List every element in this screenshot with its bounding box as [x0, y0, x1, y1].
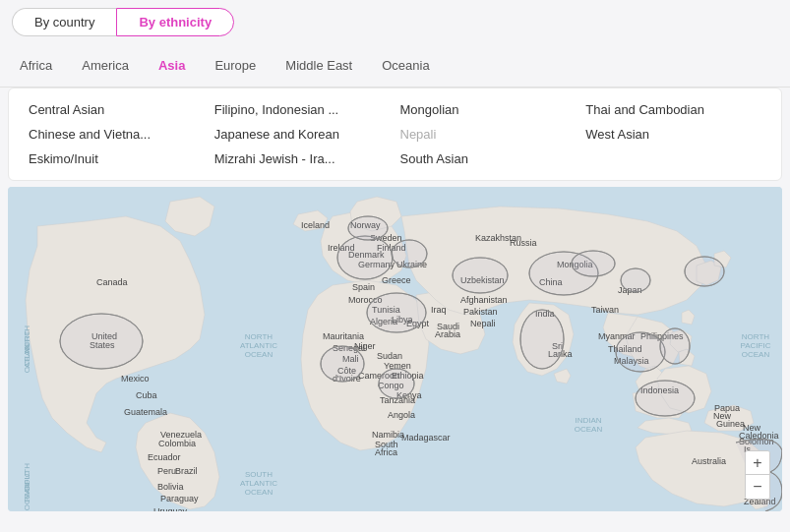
eth-eskimo-inuit[interactable]: Eskimo/Inuit: [29, 149, 205, 168]
svg-text:SOUTH: SOUTH: [245, 470, 273, 479]
by-country-toggle[interactable]: By country: [12, 8, 116, 36]
svg-text:INDIAN: INDIAN: [575, 416, 601, 425]
zoom-out-button[interactable]: −: [746, 475, 769, 499]
svg-text:Brazil: Brazil: [175, 466, 198, 476]
eth-mongolian[interactable]: Mongolian: [400, 100, 577, 119]
eth-south-asian[interactable]: South Asian: [400, 149, 577, 168]
svg-text:Mauritania: Mauritania: [323, 331, 364, 341]
svg-text:Ecuador: Ecuador: [148, 452, 181, 462]
eth-chinese-vietnamese[interactable]: Chinese and Vietna...: [29, 125, 205, 144]
svg-text:PACIFIC: PACIFIC: [741, 341, 771, 350]
zoom-in-button[interactable]: +: [746, 451, 769, 475]
tab-america[interactable]: America: [82, 54, 129, 77]
svg-text:Guatemala: Guatemala: [124, 407, 167, 417]
svg-text:Australia: Australia: [692, 456, 726, 466]
svg-text:OCEAN: OCEAN: [245, 350, 273, 359]
svg-text:OCEAN: OCEAN: [23, 345, 31, 374]
toggle-bar: By country By ethnicity: [0, 0, 790, 44]
eth-thai-cambodian[interactable]: Thai and Cambodian: [585, 100, 761, 119]
svg-text:OCEAN: OCEAN: [245, 488, 273, 497]
svg-text:Guinea: Guinea: [716, 419, 745, 429]
svg-text:OCEAN: OCEAN: [23, 483, 31, 511]
svg-text:Angola: Angola: [388, 410, 415, 420]
svg-text:Uruguay: Uruguay: [153, 506, 188, 511]
svg-text:Africa: Africa: [375, 447, 397, 457]
eth-west-asian[interactable]: West Asian: [585, 125, 761, 144]
map-container[interactable]: NORTH ATLANTIC OCEAN NORTH ATLANTIC OCEA…: [8, 187, 782, 511]
svg-text:Taiwan: Taiwan: [591, 305, 619, 315]
svg-text:Colombia: Colombia: [158, 439, 196, 448]
eth-filipino-indonesian[interactable]: Filipino, Indonesian ...: [214, 100, 391, 119]
ethnicity-panel: Central Asian Filipino, Indonesian ... M…: [8, 88, 782, 181]
svg-text:Niger: Niger: [354, 341, 376, 351]
svg-text:Afghanistan: Afghanistan: [460, 295, 508, 305]
eth-mizrahi-jewish[interactable]: Mizrahi Jewish - Ira...: [214, 149, 391, 168]
svg-text:Namibia: Namibia: [372, 430, 404, 440]
svg-text:Russia: Russia: [510, 238, 537, 248]
eth-japanese-korean[interactable]: Japanese and Korean: [214, 125, 391, 144]
tab-asia[interactable]: Asia: [158, 54, 185, 77]
svg-text:Madagascar: Madagascar: [401, 433, 451, 443]
svg-text:Nepali: Nepali: [470, 319, 496, 328]
svg-text:ATLANTIC: ATLANTIC: [240, 479, 277, 488]
tab-europe[interactable]: Europe: [214, 54, 256, 77]
svg-text:ATLANTIC: ATLANTIC: [240, 341, 277, 350]
svg-text:Spain: Spain: [352, 282, 375, 292]
tab-oceania[interactable]: Oceania: [382, 54, 429, 77]
region-tabs: Africa America Asia Europe Middle East O…: [0, 44, 790, 88]
svg-text:Arabia: Arabia: [435, 329, 460, 339]
svg-text:Iceland: Iceland: [301, 220, 330, 230]
svg-text:Bolivia: Bolivia: [157, 482, 184, 492]
world-map: NORTH ATLANTIC OCEAN NORTH ATLANTIC OCEA…: [8, 187, 782, 511]
eth-nepali[interactable]: Nepali: [400, 125, 577, 144]
eth-central-asian[interactable]: Central Asian: [29, 100, 205, 119]
svg-text:Sudan: Sudan: [377, 351, 402, 361]
tab-africa[interactable]: Africa: [20, 54, 52, 77]
svg-text:OCEAN: OCEAN: [742, 350, 770, 359]
zoom-controls: + −: [745, 450, 770, 500]
svg-text:Cuba: Cuba: [136, 390, 157, 400]
svg-text:OCEAN: OCEAN: [575, 425, 603, 434]
by-ethnicity-toggle[interactable]: By ethnicity: [116, 8, 234, 36]
svg-text:Mexico: Mexico: [121, 374, 150, 384]
tab-middle-east[interactable]: Middle East: [285, 54, 352, 77]
svg-text:NORTH: NORTH: [245, 332, 273, 341]
svg-text:Canada: Canada: [96, 277, 128, 287]
svg-text:Pakistan: Pakistan: [463, 307, 498, 317]
svg-text:Iraq: Iraq: [431, 305, 447, 315]
svg-text:Paraguay: Paraguay: [160, 494, 199, 503]
svg-text:Peru: Peru: [157, 466, 176, 476]
svg-text:NORTH: NORTH: [742, 332, 770, 341]
svg-text:Greece: Greece: [382, 275, 411, 285]
